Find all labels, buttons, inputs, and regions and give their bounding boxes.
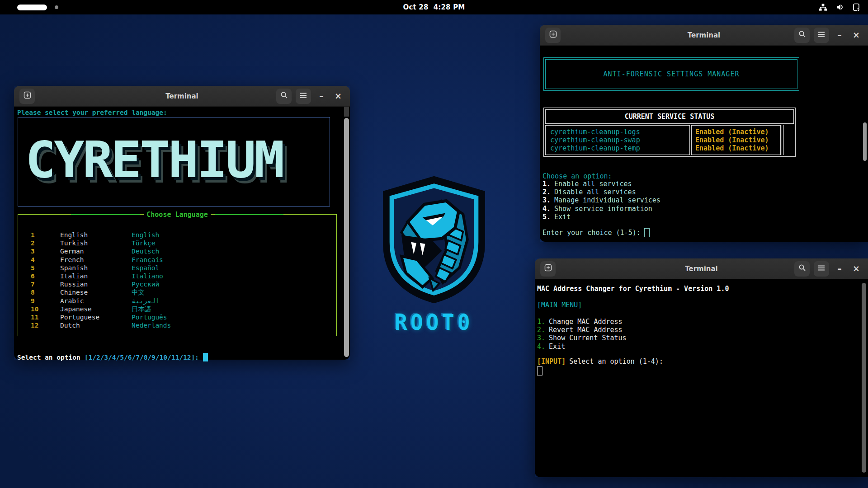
language-row: 12DutchNederlands (18, 321, 336, 329)
new-tab-button[interactable] (545, 28, 561, 43)
app-title: MAC Address Changer for Cyrethium - Vers… (537, 285, 729, 293)
cyrethium-ascii-banner: CYRETHIUM (25, 131, 283, 189)
minimize-icon: – (319, 92, 324, 100)
new-tab-icon (549, 30, 557, 40)
language-prompt-header: Please select your preferred language: (17, 109, 167, 116)
minimize-button[interactable]: – (833, 261, 846, 277)
menu-icon (818, 264, 825, 273)
language-row: 2TurkishTürkçe (18, 239, 336, 247)
titlebar[interactable]: Terminal – (540, 25, 868, 46)
language-box-title: Choose Language (18, 211, 336, 219)
titlebar[interactable]: Terminal – (535, 258, 868, 279)
battery-charging-icon (853, 3, 861, 11)
menu-item: 2.Revert MAC Address (537, 326, 627, 334)
app-banner-text: ANTI-FORENSIC SETTINGS MANAGER (604, 70, 740, 78)
ascii-banner-box: CYRETHIUM (18, 117, 330, 206)
minimize-icon: – (837, 264, 842, 273)
menu-item: 5.Exit (542, 213, 660, 221)
logo-wordmark: ROOT0 (374, 310, 494, 335)
language-row: 9Arabicالعربية (18, 297, 336, 305)
service-status-body: cyrethium-cleanup-logs cyrethium-cleanup… (545, 125, 794, 155)
language-row: 8Chinese中文 (18, 288, 336, 296)
search-icon (798, 264, 806, 273)
snake-shield-logo (376, 299, 492, 307)
choice-prompt[interactable]: Enter your choice (1-5): (542, 228, 650, 237)
wallpaper-logo: ROOT0 (374, 174, 494, 334)
menu-button[interactable] (814, 28, 829, 43)
terminal-content[interactable]: ANTI-FORENSIC SETTINGS MANAGER CURRENT S… (540, 46, 868, 242)
new-tab-button[interactable] (19, 89, 35, 104)
minimize-icon: – (837, 31, 842, 39)
system-tray[interactable] (819, 3, 868, 11)
menu-button[interactable] (814, 261, 829, 277)
service-status-cell: Enabled (Inactive) Enabled (Inactive) En… (691, 125, 781, 155)
close-button[interactable]: × (332, 89, 344, 104)
service-status: Enabled (Inactive) (695, 136, 780, 144)
titlebar[interactable]: Terminal – (14, 86, 350, 107)
select-option-prompt[interactable]: Select an option [1/2/3/4/5/6/7/8/9/10/1… (17, 353, 208, 361)
title-rule-right (215, 214, 283, 215)
clock-date: Oct 28 (403, 3, 429, 11)
clock[interactable]: Oct 28 4:28 PM (403, 3, 465, 11)
menu-icon (300, 92, 307, 100)
close-button[interactable]: × (850, 28, 863, 43)
close-icon: × (335, 92, 342, 100)
search-button[interactable] (794, 28, 810, 43)
service-name: cyrethium-cleanup-temp (550, 144, 689, 152)
language-row: 3GermanDeutsch (18, 247, 336, 255)
service-names-cell: cyrethium-cleanup-logs cyrethium-cleanup… (545, 125, 690, 155)
menu-item: 3.Manage individual services (542, 196, 660, 204)
search-button[interactable] (794, 261, 810, 277)
window-title: Terminal (165, 92, 198, 100)
language-row: 10Japanese日本語 (18, 305, 336, 313)
menu-item: 3.Show Current Status (537, 334, 627, 342)
new-tab-button[interactable] (540, 261, 556, 277)
window-title: Terminal (685, 265, 718, 273)
service-name: cyrethium-cleanup-logs (550, 128, 689, 136)
search-icon (280, 91, 288, 101)
terminal-cursor (537, 366, 542, 375)
scrollbar-thumb[interactable] (862, 283, 866, 473)
menu-list: 1.Enable all services 2.Disable all serv… (542, 180, 660, 221)
menu-item: 4.Show service information (542, 205, 660, 213)
menu-header: Choose an option: (542, 172, 612, 180)
scrollbar-track[interactable] (344, 107, 349, 117)
app-banner-box: ANTI-FORENSIC SETTINGS MANAGER (543, 57, 799, 91)
terminal-content[interactable]: MAC Address Changer for Cyrethium - Vers… (535, 279, 868, 477)
network-wired-icon (819, 3, 827, 11)
desktop: Oct 28 4:28 PM (0, 0, 868, 488)
main-menu-header: [MAIN MENU] (537, 301, 582, 309)
service-status: Enabled (Inactive) (695, 144, 780, 152)
new-tab-icon (24, 91, 31, 101)
language-row: 6ItalianItaliano (18, 272, 336, 280)
minimize-button[interactable]: – (833, 28, 846, 43)
scrollbar-thumb[interactable] (863, 122, 867, 161)
search-button[interactable] (276, 89, 292, 104)
language-row: 7RussianРусский (18, 280, 336, 288)
top-bar: Oct 28 4:28 PM (0, 0, 868, 14)
language-row: 1EnglishEnglish (18, 231, 336, 239)
menu-icon (818, 31, 825, 39)
menu-button[interactable] (296, 89, 311, 104)
scrollbar-thumb[interactable] (344, 118, 349, 357)
menu-item: 1.Enable all services (542, 180, 660, 188)
language-menu-box: Choose Language 1EnglishEnglish 2Turkish… (18, 214, 337, 336)
service-status-table: CURRENT SERVICE STATUS cyrethium-cleanup… (543, 108, 796, 157)
table-double-rule (782, 125, 784, 155)
service-status: Enabled (Inactive) (695, 128, 780, 136)
input-prompt[interactable]: [INPUT]Select an option (1-4): (537, 357, 663, 366)
workspace-dot[interactable] (55, 5, 58, 9)
new-tab-icon (544, 264, 552, 273)
close-button[interactable]: × (850, 261, 863, 277)
volume-icon (836, 3, 844, 11)
service-name: cyrethium-cleanup-swap (550, 136, 689, 144)
menu-item: 2.Disable all services (542, 188, 660, 196)
terminal-content[interactable]: Please select your preferred language: C… (14, 107, 350, 360)
title-rule-left (71, 214, 140, 215)
language-list: 1EnglishEnglish 2TurkishTürkçe 3GermanDe… (18, 215, 336, 329)
workspace-pill[interactable] (17, 5, 47, 10)
antiforensic-terminal-window: Terminal – (540, 25, 868, 242)
language-box-label: Choose Language (144, 211, 210, 219)
language-row: 4FrenchFrançais (18, 256, 336, 264)
minimize-button[interactable]: – (315, 89, 328, 104)
